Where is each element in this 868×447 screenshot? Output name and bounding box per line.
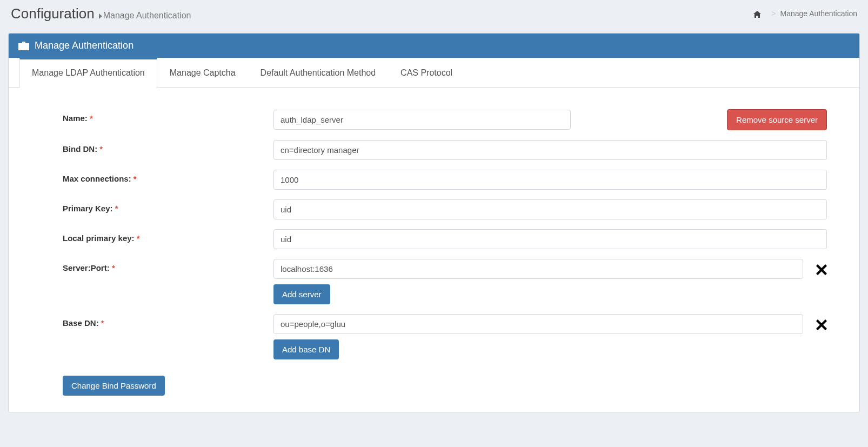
breadcrumb-active: Manage Authentication [780,9,857,18]
name-label-text: Name: [63,114,88,123]
tab-manage-ldap[interactable]: Manage LDAP Authentication [19,58,157,88]
bind-dn-input[interactable] [273,140,827,160]
tab-cas-protocol[interactable]: CAS Protocol [388,58,465,88]
server-port-label-text: Server:Port: [63,263,110,272]
breadcrumb: > Manage Authentication [753,9,857,18]
caret-right-icon [99,14,102,19]
required-icon: * [115,204,118,213]
server-port-input[interactable] [273,259,803,279]
required-icon: * [133,174,137,183]
panel-header: Manage Authentication [9,34,859,58]
tabs: Manage LDAP Authentication Manage Captch… [9,58,859,88]
breadcrumb-separator: > [771,9,776,18]
local-primary-key-label: Local primary key: * [41,229,273,243]
change-bind-password-button[interactable]: Change Bind Password [63,376,165,396]
required-icon: * [90,114,93,123]
server-port-label: Server:Port: * [41,259,273,272]
remove-source-server-button[interactable]: Remove source server [727,109,827,130]
form-area: Name: * Remove source server Bind DN: * … [9,88,859,412]
remove-server-icon[interactable] [816,262,827,277]
required-icon: * [101,318,104,328]
max-connections-label-text: Max connections: [63,174,131,183]
bind-dn-label-text: Bind DN: [63,144,97,154]
name-input[interactable] [273,110,571,130]
primary-key-label-text: Primary Key: [63,204,113,213]
page-subtitle-text: Manage Authentication [103,11,191,20]
base-dn-label-text: Base DN: [63,318,99,328]
remove-base-dn-icon[interactable] [816,317,827,332]
primary-key-input[interactable] [273,199,827,219]
name-label: Name: * [41,109,273,123]
tab-manage-captcha[interactable]: Manage Captcha [157,58,248,88]
base-dn-label: Base DN: * [41,314,273,328]
max-connections-input[interactable] [273,170,827,190]
max-connections-label: Max connections: * [41,170,273,183]
add-base-dn-button[interactable]: Add base DN [273,339,339,359]
briefcase-icon [18,40,29,51]
home-icon[interactable] [753,9,762,18]
panel-manage-auth: Manage Authentication Manage LDAP Authen… [8,33,860,412]
primary-key-label: Primary Key: * [41,199,273,213]
tab-default-auth-method[interactable]: Default Authentication Method [248,58,388,88]
bind-dn-label: Bind DN: * [41,140,273,154]
local-primary-key-label-text: Local primary key: [63,233,135,243]
panel-title: Manage Authentication [35,40,133,51]
base-dn-input[interactable] [273,314,803,334]
required-icon: * [112,263,115,272]
required-icon: * [137,233,140,243]
required-icon: * [99,144,103,154]
add-server-button[interactable]: Add server [273,284,330,304]
page-subtitle: Manage Authentication [99,11,191,21]
local-primary-key-input[interactable] [273,229,827,249]
page-title: Configuration [11,5,95,22]
